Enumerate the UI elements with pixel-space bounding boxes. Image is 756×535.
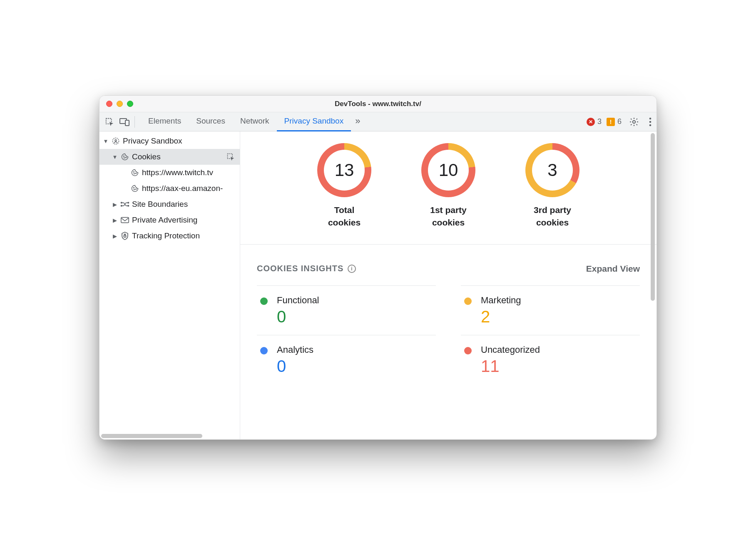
svg-point-15: [136, 173, 137, 174]
devtools-window: DevTools - www.twitch.tv/ Elements Sourc…: [99, 95, 657, 440]
insight-value: 11: [481, 358, 540, 374]
svg-point-20: [128, 202, 129, 203]
cookie-summary-rings: 13Totalcookies101st partycookies33rd par…: [240, 131, 657, 245]
svg-point-16: [134, 188, 134, 188]
error-icon: [587, 118, 595, 126]
device-toolbar-icon[interactable]: [117, 114, 132, 129]
insights-title: COOKIES INSIGHTS i: [257, 264, 356, 273]
svg-rect-23: [121, 218, 129, 223]
insight-value: 0: [277, 358, 313, 374]
window-titlebar: DevTools - www.twitch.tv/: [99, 96, 657, 112]
insight-card[interactable]: Uncategorized11: [461, 335, 640, 384]
svg-rect-24: [124, 235, 126, 238]
tree-item-cookies[interactable]: ▼ Cookies: [99, 149, 240, 165]
warnings-badge[interactable]: ! 6: [607, 117, 622, 126]
insights-title-text: COOKIES INSIGHTS: [257, 264, 343, 273]
ring-label: 1st partycookies: [430, 204, 467, 229]
svg-point-21: [121, 205, 122, 206]
privacy-sandbox-icon: [111, 137, 120, 145]
ring-chart: 10: [421, 143, 475, 197]
insights-grid: Functional0Marketing2Analytics0Uncategor…: [257, 285, 640, 384]
insight-value: 0: [277, 308, 319, 325]
tree-item-privacy-sandbox[interactable]: ▼ Privacy Sandbox: [99, 133, 240, 149]
tab-sources[interactable]: Sources: [189, 112, 233, 131]
site-boundaries-icon: [120, 200, 129, 208]
scrollbar-thumb[interactable]: [101, 434, 202, 438]
svg-point-10: [124, 158, 125, 159]
summary-ring: 33rd partycookies: [515, 143, 590, 229]
insight-label: Analytics: [277, 344, 313, 355]
tree-label: Tracking Protection: [132, 231, 200, 240]
disclosure-triangle-icon: ▼: [111, 154, 119, 160]
ring-value: 3: [532, 150, 573, 191]
svg-point-14: [134, 173, 135, 174]
warnings-count: 6: [617, 117, 622, 126]
category-dot-icon: [464, 297, 472, 305]
expand-view-button[interactable]: Expand View: [586, 264, 640, 274]
insight-card[interactable]: Analytics0: [257, 335, 436, 384]
svg-point-9: [124, 156, 124, 157]
settings-button[interactable]: [627, 114, 642, 129]
insight-card[interactable]: Marketing2: [461, 285, 640, 335]
insight-label: Functional: [277, 295, 319, 306]
summary-ring: 13Totalcookies: [307, 143, 382, 229]
tree-item-private-advertising[interactable]: ▶ Private Advertising: [99, 212, 240, 228]
mail-icon: [120, 216, 129, 224]
inspect-icon[interactable]: [226, 153, 235, 161]
disclosure-triangle-icon: ▶: [111, 201, 119, 208]
insights-header: COOKIES INSIGHTS i Expand View: [257, 264, 640, 274]
insight-value: 2: [481, 308, 521, 325]
insight-card[interactable]: Functional0: [257, 285, 436, 335]
sidebar-tree: ▼ Privacy Sandbox ▼ Cookies: [99, 131, 240, 245]
main-panel: 13Totalcookies101st partycookies33rd par…: [240, 131, 657, 439]
svg-point-22: [128, 205, 129, 206]
ring-chart: 3: [525, 143, 579, 197]
tree-item-site-boundaries[interactable]: ▶ Site Boundaries: [99, 196, 240, 212]
cookies-insights-section: COOKIES INSIGHTS i Expand View Functiona…: [240, 245, 657, 384]
content-area: ▼ Privacy Sandbox ▼ Cookies: [99, 131, 657, 439]
category-dot-icon: [464, 347, 472, 354]
svg-point-4: [649, 117, 652, 119]
svg-point-6: [649, 124, 652, 126]
ring-value: 10: [428, 150, 469, 191]
tree-label: Private Advertising: [132, 215, 197, 225]
ring-chart: 13: [317, 143, 371, 197]
disclosure-triangle-icon: ▶: [111, 217, 119, 223]
svg-point-19: [121, 202, 122, 203]
svg-point-18: [136, 189, 137, 190]
scrollbar-thumb[interactable]: [651, 133, 655, 301]
tree-label: Privacy Sandbox: [123, 136, 182, 146]
svg-point-17: [134, 189, 135, 190]
errors-badge[interactable]: 3: [587, 117, 602, 126]
insight-label: Marketing: [481, 295, 521, 306]
tabs-overflow-button[interactable]: »: [351, 112, 364, 131]
tree-item-tracking-protection[interactable]: ▶ Tracking Protection: [99, 228, 240, 244]
insight-label: Uncategorized: [481, 344, 540, 355]
tree-item-cookie-origin[interactable]: https://aax-eu.amazon-: [99, 181, 240, 196]
horizontal-scrollbar[interactable]: [99, 433, 240, 439]
tab-network[interactable]: Network: [233, 112, 277, 131]
errors-count: 3: [597, 117, 602, 126]
disclosure-triangle-icon: ▶: [111, 233, 119, 239]
tree-label: Cookies: [132, 152, 161, 161]
tab-privacy-sandbox[interactable]: Privacy Sandbox: [277, 112, 351, 131]
category-dot-icon: [260, 347, 268, 354]
cookie-icon: [130, 184, 139, 193]
more-options-button[interactable]: [647, 115, 654, 129]
panel-tabs: Elements Sources Network Privacy Sandbox…: [141, 112, 364, 131]
svg-point-13: [134, 172, 134, 173]
svg-point-11: [126, 157, 127, 158]
ring-label: Totalcookies: [328, 204, 361, 229]
window-title: DevTools - www.twitch.tv/: [99, 100, 657, 108]
tab-elements[interactable]: Elements: [141, 112, 189, 131]
info-icon[interactable]: i: [348, 265, 356, 273]
tree-item-cookie-origin[interactable]: https://www.twitch.tv: [99, 165, 240, 181]
warning-icon: !: [607, 118, 615, 126]
tree-label: https://www.twitch.tv: [142, 168, 213, 177]
summary-ring: 101st partycookies: [411, 143, 486, 229]
devtools-toolbar: Elements Sources Network Privacy Sandbox…: [99, 112, 657, 131]
ring-value: 13: [324, 150, 365, 191]
vertical-scrollbar[interactable]: [650, 131, 656, 439]
svg-rect-2: [125, 120, 129, 126]
inspect-element-icon[interactable]: [102, 114, 117, 129]
